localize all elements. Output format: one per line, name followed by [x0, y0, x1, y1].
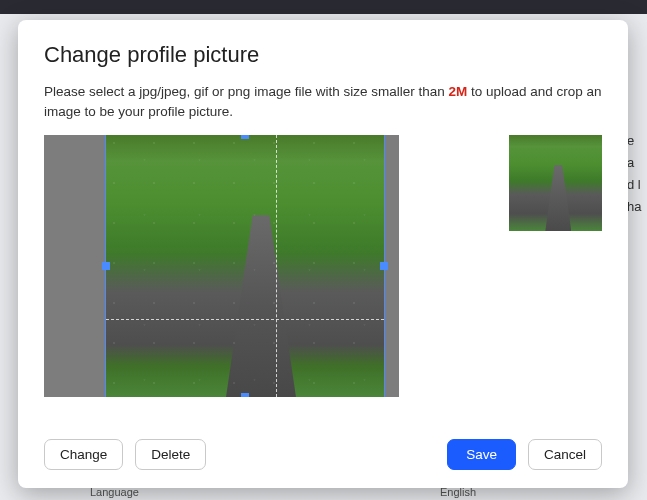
crop-selection-box[interactable]: [106, 135, 384, 397]
crop-handle-w[interactable]: [102, 262, 110, 270]
change-button[interactable]: Change: [44, 439, 123, 470]
size-limit: 2M: [448, 84, 467, 99]
app-topbar: [0, 0, 647, 14]
save-button[interactable]: Save: [447, 439, 516, 470]
image-crop-area[interactable]: [44, 135, 399, 397]
delete-button[interactable]: Delete: [135, 439, 206, 470]
modal-title: Change profile picture: [44, 42, 602, 68]
crop-handle-e[interactable]: [380, 262, 388, 270]
background-text-fragment: e a d l ha: [627, 130, 643, 218]
profile-picture-preview: [509, 135, 602, 231]
modal-footer: Change Delete Save Cancel: [44, 425, 602, 470]
modal-instruction: Please select a jpg/jpeg, gif or png ima…: [44, 82, 602, 121]
crop-handle-s[interactable]: [241, 393, 249, 397]
change-profile-picture-modal: Change profile picture Please select a j…: [18, 20, 628, 488]
cancel-button[interactable]: Cancel: [528, 439, 602, 470]
crop-handle-n[interactable]: [241, 135, 249, 139]
